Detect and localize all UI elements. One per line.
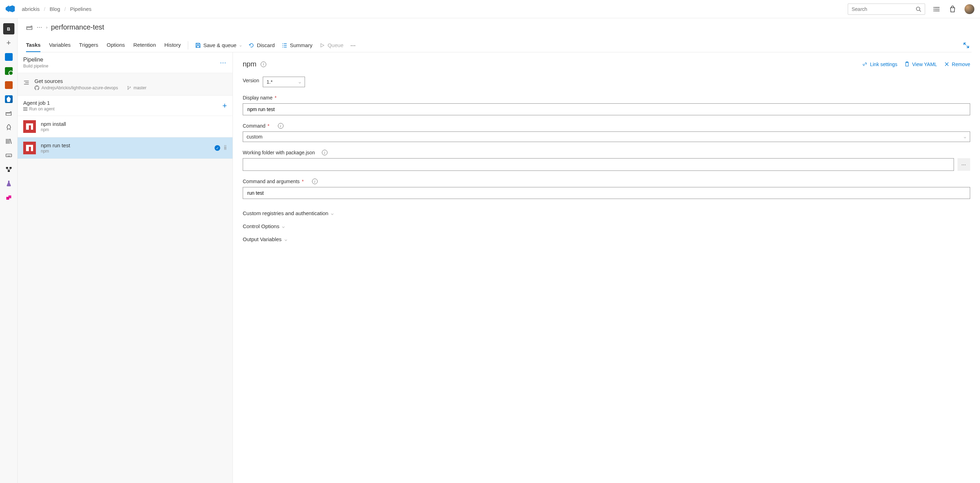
chevron-down-icon: ⌵	[964, 135, 966, 139]
nav-test-plans[interactable]	[3, 178, 14, 189]
display-name-input[interactable]	[243, 103, 970, 115]
close-icon	[944, 62, 950, 67]
nav-deployment-groups[interactable]	[3, 164, 14, 175]
chevron-down-icon: ⌵	[331, 211, 334, 216]
nav-library[interactable]	[3, 136, 14, 147]
svg-point-1	[934, 7, 934, 7]
nav-repos[interactable]	[3, 79, 14, 91]
breadcrumb-ellipsis[interactable]: ⋯	[37, 24, 43, 30]
azure-devops-logo-icon[interactable]	[6, 5, 15, 14]
flask-icon	[5, 180, 12, 187]
page-breadcrumb: ⋯ › performance-test	[26, 23, 972, 31]
form-header: npm i Link settings View YAML	[243, 60, 970, 68]
pipeline-more-icon[interactable]: ⋯	[220, 59, 227, 67]
required-indicator: *	[275, 95, 277, 100]
discard-button[interactable]: Discard	[249, 42, 275, 48]
agent-job-row[interactable]: Agent job 1 Run on agent +	[18, 95, 232, 116]
args-input[interactable]	[243, 187, 970, 199]
tab-variables[interactable]: Variables	[49, 38, 70, 52]
browse-button[interactable]: ⋯	[958, 158, 970, 171]
breadcrumb-org[interactable]: abrickis	[22, 6, 40, 12]
more-button[interactable]: ⋯	[350, 42, 356, 49]
task-npm-install[interactable]: npm install npm	[18, 116, 232, 137]
section-control-options[interactable]: Control Options ⌵	[243, 220, 970, 233]
breadcrumb-top: abrickis / Blog / Pipelines	[22, 6, 91, 12]
task-type: npm	[41, 127, 66, 132]
svg-point-12	[130, 87, 130, 87]
rocket-outline-icon	[5, 124, 12, 131]
sources-icon	[23, 79, 30, 86]
command-label: Command	[243, 123, 266, 129]
svg-rect-9	[8, 195, 11, 198]
project-avatar[interactable]: B	[3, 23, 14, 35]
task-type: npm	[41, 149, 70, 154]
package-icon	[5, 194, 12, 201]
section-registries[interactable]: Custom registries and authentication ⌵	[243, 207, 970, 220]
tab-history[interactable]: History	[164, 38, 181, 52]
command-row: Command * i custom ⌵	[243, 123, 970, 142]
info-icon[interactable]: i	[278, 123, 283, 129]
tasks-pane: Pipeline Build pipeline ⋯ Get sources An…	[18, 52, 233, 483]
content-split: Pipeline Build pipeline ⋯ Get sources An…	[18, 52, 980, 483]
nav-boards[interactable]	[3, 65, 14, 76]
required-indicator: *	[302, 179, 304, 184]
svg-point-11	[128, 89, 128, 90]
search-input[interactable]	[852, 6, 916, 12]
tab-triggers[interactable]: Triggers	[79, 38, 98, 52]
add-task-button[interactable]: +	[222, 101, 227, 110]
drag-handle-icon[interactable]: ⠿⠿	[224, 146, 227, 149]
command-select[interactable]: custom ⌵	[243, 132, 970, 142]
nav-artifacts[interactable]	[3, 192, 14, 203]
svg-rect-5	[6, 167, 8, 169]
working-folder-label: Working folder with package.json	[243, 150, 315, 156]
nav-releases[interactable]	[3, 122, 14, 133]
pipeline-row[interactable]: Pipeline Build pipeline ⋯	[18, 52, 232, 73]
link-settings-button[interactable]: Link settings	[862, 62, 897, 67]
page-header: ⋯ › performance-test Tasks Variables Tri…	[18, 18, 980, 52]
factory-icon	[5, 110, 12, 117]
play-icon	[320, 43, 325, 48]
task-npm-run-test[interactable]: npm run test npm ✓ ⠿⠿	[18, 137, 232, 159]
nav-overview[interactable]	[3, 51, 14, 63]
tab-retention[interactable]: Retention	[133, 38, 156, 52]
version-row: Version 1.* ⌵	[243, 76, 970, 87]
version-label: Version	[243, 78, 259, 83]
clipboard-icon	[904, 62, 910, 67]
pipeline-subtitle: Build pipeline	[23, 64, 48, 68]
working-folder-input[interactable]	[243, 158, 954, 171]
sources-repo: AndrejsAbrickis/lighthouse-azure-devops	[41, 86, 118, 91]
nav-pipelines[interactable]	[3, 94, 14, 105]
section-output-variables[interactable]: Output Variables ⌵	[243, 233, 970, 246]
page-title: performance-test	[51, 23, 104, 31]
builds-icon[interactable]	[26, 24, 33, 31]
remove-button[interactable]: Remove	[944, 62, 970, 67]
view-yaml-button[interactable]: View YAML	[904, 62, 937, 67]
list-icon[interactable]	[934, 6, 940, 13]
tab-options[interactable]: Options	[107, 38, 125, 52]
required-indicator: *	[268, 123, 269, 129]
deployment-icon	[5, 166, 12, 173]
nav-taskgroups[interactable]	[3, 150, 14, 161]
shopping-bag-icon[interactable]	[949, 6, 956, 13]
info-icon[interactable]: i	[312, 179, 318, 184]
get-sources-row[interactable]: Get sources AndrejsAbrickis/lighthouse-a…	[18, 73, 232, 95]
version-select[interactable]: 1.* ⌵	[263, 76, 305, 87]
tab-tasks[interactable]: Tasks	[26, 38, 40, 52]
task-title: npm install	[41, 121, 66, 127]
info-icon[interactable]: i	[261, 62, 266, 67]
summary-button[interactable]: Summary	[282, 42, 312, 48]
nav-builds[interactable]	[3, 108, 14, 119]
save-queue-button[interactable]: Save & queue ⌵	[195, 42, 242, 48]
svg-point-3	[934, 11, 934, 11]
fullscreen-icon[interactable]	[963, 42, 969, 49]
user-avatar[interactable]	[964, 4, 974, 14]
info-icon[interactable]: i	[322, 150, 328, 156]
search-box[interactable]	[848, 3, 925, 15]
svg-rect-13	[906, 62, 908, 66]
toolbar-actions: Save & queue ⌵ Discard Summary Queue	[195, 42, 972, 49]
breadcrumb-project[interactable]: Blog	[49, 6, 60, 12]
breadcrumb-section[interactable]: Pipelines	[70, 6, 91, 12]
add-project-button[interactable]: +	[3, 37, 14, 49]
queue-button: Queue	[320, 42, 343, 48]
keyboard-icon	[5, 152, 12, 159]
